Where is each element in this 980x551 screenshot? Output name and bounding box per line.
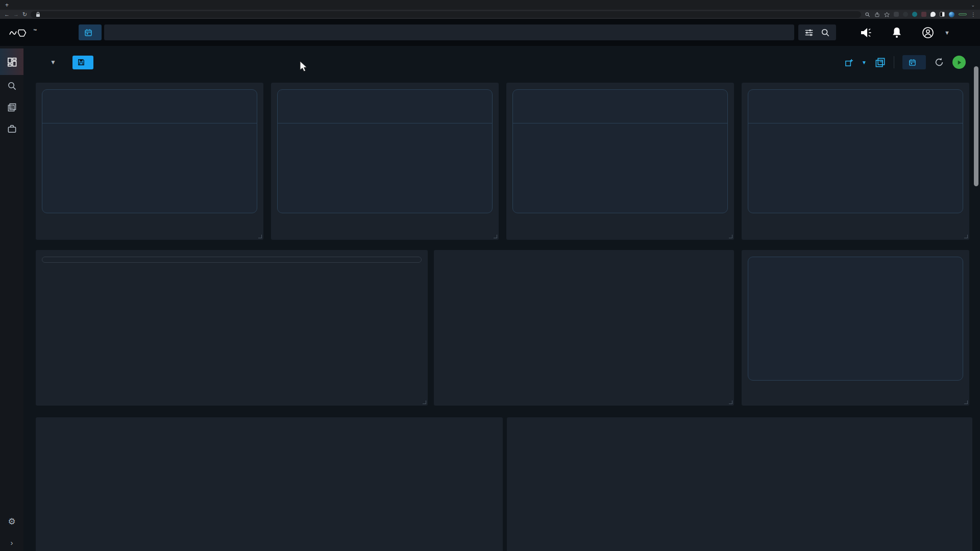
resize-handle[interactable] (423, 400, 426, 404)
new-tab-button[interactable]: + (5, 2, 9, 10)
dashboards-grid-icon (7, 57, 17, 67)
resize-handle[interactable] (729, 400, 732, 404)
play-button[interactable] (952, 56, 966, 69)
widget-privileged-group-activity (507, 417, 972, 551)
save-changes-button[interactable] (72, 56, 93, 69)
resize-handle[interactable] (494, 235, 497, 238)
logrhythm-logo: ™ (9, 27, 75, 39)
calendar-icon (84, 29, 92, 37)
zoom-icon[interactable] (865, 12, 870, 17)
global-time-range-button[interactable] (79, 24, 102, 40)
trend-sparkline (748, 123, 963, 212)
app-header: ™ ▼ (0, 19, 980, 46)
copy-dashboard-icon[interactable] (875, 57, 886, 68)
trend-sparkline (513, 123, 727, 212)
chart-legend (42, 257, 422, 263)
browser-toolbar: ← → ↻ ⋮ (0, 10, 980, 19)
total-count-card (748, 89, 963, 213)
line-chart (36, 438, 503, 550)
bookmark-star-icon[interactable] (884, 12, 890, 17)
chevron-down-icon[interactable]: ⌄ (971, 3, 975, 10)
account-icon[interactable] (922, 27, 934, 39)
pages-icon (7, 103, 17, 112)
metric-label (748, 90, 963, 95)
brand-name: ™ (33, 27, 37, 38)
search-icon[interactable] (821, 28, 830, 37)
browser-tab-strip: + ⌄ (0, 0, 980, 10)
browser-update-button[interactable] (959, 13, 967, 15)
dashboard-time-range-button[interactable] (902, 55, 926, 69)
toolbar-right: ▼ (845, 55, 966, 69)
sidebar-item-cases[interactable] (0, 96, 23, 118)
search-filter-box (798, 24, 836, 40)
play-icon (957, 60, 962, 65)
trend-sparkline (42, 123, 257, 212)
settings-gear-icon[interactable]: ⚙ (8, 516, 15, 527)
browser-action-icons: ⋮ (865, 12, 976, 17)
widget-user-account-lockouts (742, 250, 969, 406)
filters-icon[interactable] (804, 28, 814, 37)
stacked-bar-chart (42, 268, 422, 362)
announcements-icon[interactable] (860, 27, 872, 39)
theme-toggle-icon[interactable] (940, 12, 945, 17)
widget-number-of-logs (271, 83, 499, 240)
search-bar[interactable] (104, 24, 794, 40)
resize-handle[interactable] (258, 235, 262, 238)
resize-handle[interactable] (964, 235, 968, 238)
dashboard-title-chevron-icon[interactable]: ▼ (50, 59, 56, 66)
back-icon[interactable]: ← (4, 12, 10, 17)
page-scrollbar[interactable] (974, 66, 978, 186)
briefcase-icon (7, 124, 17, 134)
total-count-card (748, 257, 963, 381)
trend-sparkline (278, 123, 492, 212)
extension-icon[interactable] (921, 12, 926, 17)
metric-label (278, 90, 492, 95)
notifications-bell-icon[interactable] (891, 27, 902, 39)
refresh-icon[interactable] (934, 57, 944, 67)
calendar-icon (909, 59, 916, 66)
sidebar: ⚙ › (0, 46, 23, 551)
widget-analytics-observations (36, 83, 263, 240)
browser-menu-dots-icon[interactable]: ⋮ (971, 12, 976, 17)
total-count-card (512, 89, 728, 213)
extension-icon[interactable] (912, 12, 917, 17)
extension-icon[interactable] (894, 12, 899, 17)
extensions-puzzle-icon[interactable] (930, 12, 936, 17)
sidebar-bottom: ⚙ › (0, 516, 23, 547)
bar-chart (440, 257, 728, 391)
total-count-card (42, 89, 257, 213)
widget-improbable-travel-alerts (742, 83, 969, 240)
search-input[interactable] (110, 29, 788, 37)
widget-logon-failures (506, 83, 734, 240)
account-chevron-down-icon[interactable]: ▼ (944, 30, 950, 36)
browser-profile-avatar[interactable] (949, 12, 954, 17)
widget-analytics-observation (36, 250, 428, 406)
line-chart (507, 438, 972, 550)
metric-label (513, 90, 727, 95)
address-bar[interactable] (31, 11, 861, 18)
sidebar-item-dashboards[interactable] (0, 48, 23, 75)
metric-label (42, 90, 257, 95)
resize-handle[interactable] (964, 400, 968, 404)
dashboard-main: ▼ ▼ (23, 46, 980, 551)
dashboard-toolbar: ▼ ▼ (23, 46, 980, 79)
add-widget-chevron-icon: ▼ (862, 60, 867, 65)
sidebar-item-work[interactable] (0, 118, 23, 139)
logrhythm-logo-icon (9, 27, 30, 39)
search-icon (7, 81, 17, 91)
forward-icon[interactable]: → (13, 12, 19, 17)
add-widget-button[interactable]: ▼ (845, 58, 867, 67)
sidebar-item-search[interactable] (0, 75, 23, 96)
lock-icon (35, 12, 41, 17)
header-right-icons: ▼ (860, 27, 950, 39)
screen: + ⌄ ← → ↻ ⋮ (0, 0, 980, 551)
extension-icon[interactable] (903, 12, 908, 17)
widget-log-count-by-hour (36, 417, 503, 551)
expand-chevron-right-icon[interactable]: › (11, 538, 13, 547)
resize-handle[interactable] (729, 235, 732, 238)
total-count-card (277, 89, 493, 213)
reload-icon[interactable]: ↻ (22, 12, 27, 17)
widget-top-7-common-event (434, 250, 734, 406)
add-widget-icon (845, 58, 853, 67)
share-icon[interactable] (874, 12, 880, 17)
